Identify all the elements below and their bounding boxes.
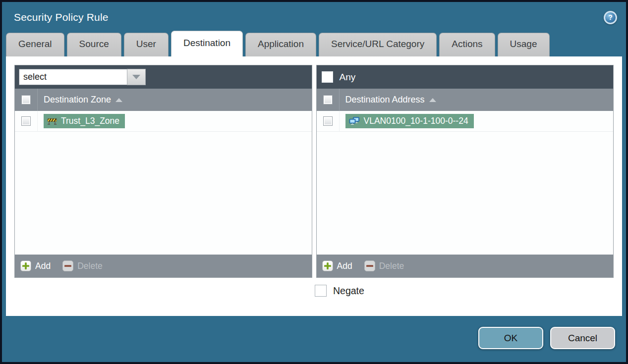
tab-usage[interactable]: Usage <box>498 33 550 56</box>
address-row-checkbox[interactable] <box>323 116 333 126</box>
destination-address-panel: Any Destination Address <box>316 65 614 278</box>
tab-user[interactable]: User <box>124 33 169 56</box>
delete-label: Delete <box>77 261 103 271</box>
plus-icon <box>20 260 31 271</box>
zone-barrier-icon <box>47 117 57 125</box>
dialog-title: Security Policy Rule <box>14 11 109 23</box>
minus-icon <box>364 260 375 271</box>
zone-filter-input[interactable] <box>19 69 127 85</box>
plus-icon <box>322 260 333 271</box>
negate-label: Negate <box>333 285 364 297</box>
add-zone-button[interactable]: Add <box>20 260 51 271</box>
zone-table-body: Trust_L3_Zone <box>15 111 312 255</box>
add-label: Add <box>337 261 352 271</box>
destination-tab-content: Destination Zone <box>6 56 622 316</box>
zone-chip-label: Trust_L3_Zone <box>61 116 119 126</box>
delete-label: Delete <box>379 261 404 271</box>
chevron-down-icon <box>132 75 140 79</box>
dialog-action-bar: OK Cancel <box>2 316 626 360</box>
any-label: Any <box>340 72 356 83</box>
address-column-label: Destination Address <box>345 95 425 105</box>
address-chip[interactable]: VLAN0100_10-1-100-0--24 <box>345 114 474 128</box>
address-table-body: VLAN0100_10-1-100-0--24 <box>317 111 614 255</box>
security-policy-rule-dialog: Security Policy Rule ? General Source Us… <box>0 0 628 364</box>
dialog-titlebar: Security Policy Rule ? <box>2 2 626 33</box>
address-select-all-checkbox[interactable] <box>323 95 333 104</box>
tab-strip: General Source User Destination Applicat… <box>2 33 626 56</box>
table-row[interactable]: VLAN0100_10-1-100-0--24 <box>317 111 614 132</box>
address-footer: Add Delete <box>317 255 614 277</box>
sort-ascending-icon <box>115 98 122 102</box>
zone-row-checkbox[interactable] <box>21 116 31 126</box>
address-column-header[interactable]: Destination Address <box>340 95 436 105</box>
sort-ascending-icon <box>429 98 436 102</box>
tab-general[interactable]: General <box>6 33 64 56</box>
zone-column-header[interactable]: Destination Zone <box>38 95 122 105</box>
zone-filter-combobox <box>19 69 146 85</box>
zone-column-label: Destination Zone <box>44 95 111 105</box>
delete-zone-button[interactable]: Delete <box>62 260 103 271</box>
network-computers-icon <box>349 117 360 125</box>
zone-filter-dropdown-button[interactable] <box>127 69 146 85</box>
negate-band: Negate <box>14 285 614 297</box>
ok-button[interactable]: OK <box>478 327 543 349</box>
help-icon[interactable]: ? <box>604 11 617 24</box>
delete-address-button[interactable]: Delete <box>364 260 404 271</box>
tab-destination[interactable]: Destination <box>171 31 243 56</box>
negate-option: Negate <box>313 285 614 297</box>
tab-service-url-category[interactable]: Service/URL Category <box>319 33 437 56</box>
add-address-button[interactable]: Add <box>322 260 352 271</box>
any-checkbox[interactable] <box>322 71 333 83</box>
tab-actions[interactable]: Actions <box>439 33 495 56</box>
zone-footer: Add Delete <box>15 255 312 277</box>
zone-chip[interactable]: Trust_L3_Zone <box>44 114 125 128</box>
address-chip-label: VLAN0100_10-1-100-0--24 <box>364 116 468 126</box>
add-label: Add <box>35 261 51 271</box>
tab-application[interactable]: Application <box>245 33 316 56</box>
minus-icon <box>62 260 73 271</box>
question-mark-glyph: ? <box>605 12 616 23</box>
address-toolbar: Any <box>317 65 614 89</box>
cancel-button[interactable]: Cancel <box>550 327 615 349</box>
zone-select-all-checkbox[interactable] <box>21 95 31 104</box>
address-table-header: Destination Address <box>317 89 614 111</box>
tab-source[interactable]: Source <box>67 33 121 56</box>
negate-checkbox[interactable] <box>315 285 327 297</box>
destination-zone-panel: Destination Zone <box>14 65 312 278</box>
zone-toolbar <box>15 65 312 89</box>
table-row[interactable]: Trust_L3_Zone <box>15 111 312 132</box>
zone-table-header: Destination Zone <box>15 89 312 111</box>
